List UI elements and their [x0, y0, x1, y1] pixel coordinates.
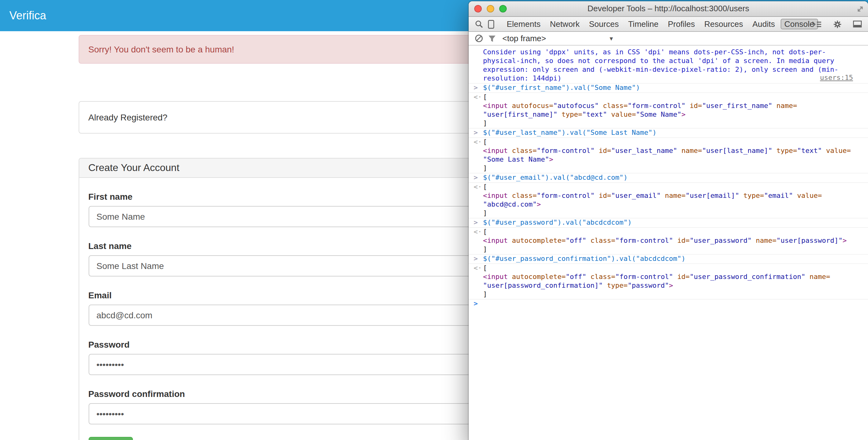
result-arrow-icon: <· — [474, 228, 482, 237]
window-title: Developer Tools – http://localhost:3000/… — [469, 1, 868, 16]
prompt-icon: > — [474, 300, 478, 308]
source-link[interactable]: users:15 — [820, 74, 853, 83]
alert-text: Sorry! You don't seem to be a human! — [88, 44, 234, 54]
console-result: <·[<input autocomplete="off" class="form… — [469, 264, 868, 300]
result-arrow-icon: <· — [474, 183, 482, 192]
window-controls — [474, 5, 507, 12]
console-filter-bar: <top frame> ▼ — [469, 32, 868, 45]
console-text: [<input autocomplete="off" class="form-c… — [483, 228, 856, 254]
tab-resources[interactable]: Resources — [701, 19, 747, 29]
prompt-icon: > — [474, 255, 478, 263]
toolbar-right-icons — [809, 20, 864, 28]
close-icon[interactable] — [474, 5, 482, 12]
console-text: $("#user_first_name").val("Some Name") — [483, 84, 856, 92]
console-prompt: > — [469, 300, 868, 308]
console-text: $("#user_password_confirmation").val("ab… — [483, 255, 856, 263]
console-command: >$("#user_password").val("abcdcdcom") — [469, 218, 868, 228]
result-arrow-icon: <· — [474, 138, 482, 147]
search-icon[interactable] — [475, 20, 483, 28]
console-text: [<input class="form-control" id="user_em… — [483, 183, 856, 218]
devtools-toolbar: ElementsNetworkSourcesTimelineProfilesRe… — [469, 17, 868, 32]
screen: Verifica Sorry! You don't seem to be a h… — [0, 0, 868, 440]
devtools-window: Developer Tools – http://localhost:3000/… — [469, 1, 868, 440]
console-command: >$("#user_last_name").val("Some Last Nam… — [469, 129, 868, 138]
tab-sources[interactable]: Sources — [585, 19, 622, 29]
console-log[interactable]: Consider using 'dppx' units, as in CSS '… — [469, 45, 868, 440]
resize-icon[interactable] — [856, 4, 864, 15]
console-result: <·[<input class="form-control" id="user_… — [469, 138, 868, 174]
brand-link[interactable]: Verifica — [9, 0, 46, 31]
devtools-tabs: ElementsNetworkSourcesTimelineProfilesRe… — [503, 19, 818, 29]
console-text: [<input autofocus="autofocus" class="for… — [483, 93, 856, 128]
devtools-titlebar[interactable]: Developer Tools – http://localhost:3000/… — [469, 1, 868, 17]
tab-elements[interactable]: Elements — [503, 19, 544, 29]
zoom-icon[interactable] — [499, 5, 507, 12]
prompt-icon: > — [474, 84, 478, 92]
clear-console-icon[interactable] — [475, 34, 483, 42]
tab-network[interactable]: Network — [546, 19, 583, 29]
frame-selector[interactable]: <top frame> — [502, 34, 546, 43]
console-warning: Consider using 'dppx' units, as in CSS '… — [469, 48, 868, 84]
tab-timeline[interactable]: Timeline — [624, 19, 662, 29]
device-icon[interactable] — [488, 20, 494, 28]
console-result: <·[<input class="form-control" id="user_… — [469, 183, 868, 218]
console-text: [<input class="form-control" id="user_la… — [483, 138, 856, 173]
already-registered-text: Already Registered? — [88, 112, 167, 122]
show-console-drawer-icon[interactable] — [812, 20, 822, 28]
minimize-icon[interactable] — [487, 5, 494, 12]
result-arrow-icon: <· — [474, 264, 482, 273]
console-text: $("#user_last_name").val("Some Last Name… — [483, 129, 856, 137]
chevron-down-icon[interactable]: ▼ — [609, 35, 614, 41]
gear-icon[interactable] — [833, 20, 842, 28]
result-arrow-icon: <· — [474, 93, 482, 102]
console-command: >$("#user_email").val("abcd@cd.com") — [469, 174, 868, 183]
console-command: >$("#user_first_name").val("Some Name") — [469, 84, 868, 93]
console-result: <·[<input autocomplete="off" class="form… — [469, 228, 868, 255]
console-text: $("#user_password").val("abcdcdcom") — [483, 218, 856, 227]
tab-profiles[interactable]: Profiles — [664, 19, 699, 29]
submit-button[interactable] — [88, 437, 133, 440]
console-text: $("#user_email").val("abcd@cd.com") — [483, 174, 856, 182]
dock-side-icon[interactable] — [853, 21, 862, 28]
console-text: Consider using 'dppx' units, as in CSS '… — [483, 48, 856, 83]
prompt-icon: > — [474, 174, 478, 182]
prompt-icon: > — [474, 129, 478, 137]
prompt-icon: > — [474, 218, 478, 227]
tab-audits[interactable]: Audits — [749, 19, 779, 29]
console-command: >$("#user_password_confirmation").val("a… — [469, 255, 868, 264]
console-text: [<input autocomplete="off" class="form-c… — [483, 264, 856, 299]
console-result: <·[<input autofocus="autofocus" class="f… — [469, 93, 868, 129]
filter-icon[interactable] — [488, 35, 496, 42]
